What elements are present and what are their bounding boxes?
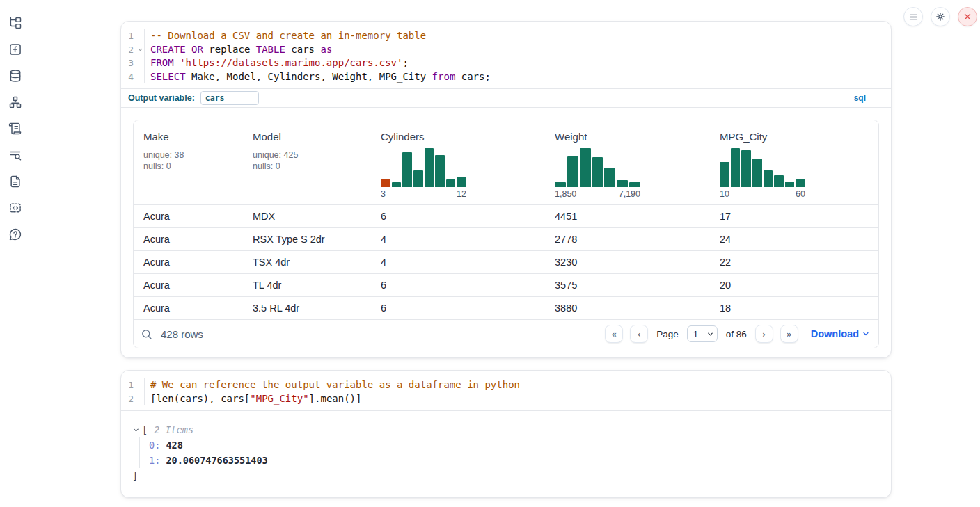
table-row[interactable]: AcuraRSX Type S 2dr4277824 [134, 227, 878, 250]
code-text: -- Download a CSV and create an in-memor… [145, 29, 426, 43]
code-text: SELECT Make, Model, Cylinders, Weight, M… [145, 70, 491, 84]
output-variable-input[interactable] [200, 91, 259, 105]
code-line[interactable]: 3FROM 'https://datasets.marimo.app/cars.… [121, 56, 891, 70]
column-header: Weight1,8507,190 [545, 130, 710, 204]
prev-page-button[interactable]: ‹ [630, 325, 648, 343]
histogram-bar [435, 155, 445, 187]
hist-max-label: 60 [796, 189, 805, 199]
sidebar-item-file-explorer[interactable] [8, 15, 23, 31]
code-line[interactable]: 2CREATE OR replace TABLE cars as [121, 43, 891, 57]
hist-max-label: 12 [457, 189, 466, 199]
page-label: Page [656, 329, 679, 339]
sidebar-item-scratchpad[interactable] [8, 121, 23, 136]
notebook: 1-- Download a CSV and create an in-memo… [120, 0, 892, 498]
search-icon[interactable] [141, 328, 152, 340]
tree-entries: 0: 4281: 20.060747663551403 [139, 437, 880, 468]
hist-max-label: 7,190 [619, 189, 640, 199]
sidebar [0, 0, 31, 507]
sql-cell: 1-- Download a CSV and create an in-memo… [120, 21, 892, 358]
table-cell: 4 [371, 257, 545, 268]
code-line[interactable]: 1# We can reference the output variable … [121, 378, 891, 392]
code-token: "MPG_City" [250, 393, 308, 404]
histogram-bar [796, 179, 805, 187]
code-token [174, 57, 180, 68]
gear-icon [935, 11, 946, 22]
histogram-bar [752, 159, 762, 187]
file-text-icon [8, 175, 22, 188]
table-cell: Acura [134, 234, 243, 245]
chevron-down-icon [862, 330, 870, 338]
code-token: -- Download a CSV and create an in-memor… [150, 30, 426, 41]
histogram-bar [555, 182, 566, 187]
code-text: FROM 'https://datasets.marimo.app/cars.c… [145, 56, 409, 70]
next-page-button[interactable]: › [755, 325, 773, 343]
page-select-wrap: 1 [687, 325, 718, 342]
code-text: CREATE OR replace TABLE cars as [145, 43, 332, 57]
table-cell: TL 4dr [243, 280, 371, 291]
histogram-bar [580, 148, 591, 187]
download-button[interactable]: Download [811, 328, 870, 339]
python-code-editor[interactable]: 1# We can reference the output variable … [121, 371, 891, 411]
code-token: ; [402, 57, 408, 68]
table-row[interactable]: AcuraTSX 4dr4323022 [134, 250, 878, 273]
column-label[interactable]: Cylinders [381, 130, 545, 144]
histogram-bar [617, 180, 628, 187]
histogram-bar [381, 179, 390, 187]
sidebar-item-datasources[interactable] [8, 68, 23, 83]
sidebar-item-functions[interactable] [8, 42, 23, 57]
table-cell: Acura [134, 211, 243, 222]
table-row[interactable]: Acura3.5 RL 4dr6388018 [134, 296, 878, 319]
code-line[interactable]: 4SELECT Make, Model, Cylinders, Weight, … [121, 70, 891, 84]
sidebar-item-logs[interactable] [8, 147, 23, 163]
table-cell: MDX [243, 211, 371, 222]
table-row[interactable]: AcuraMDX6445117 [134, 204, 878, 227]
fold-chevron-icon[interactable] [136, 47, 144, 53]
column-label[interactable]: Model [253, 130, 371, 144]
code-token: ].mean()] [309, 393, 362, 404]
column-label[interactable]: Weight [555, 130, 710, 144]
page-select[interactable]: 1 [687, 325, 718, 342]
settings-button[interactable] [931, 7, 950, 26]
histogram-labels: 1,8507,190 [555, 189, 640, 199]
line-number: 3 [121, 56, 136, 70]
first-page-button[interactable]: « [605, 325, 623, 343]
sidebar-item-snippets[interactable] [8, 200, 23, 216]
file-tree-icon [8, 16, 22, 30]
menu-icon [908, 12, 919, 22]
histogram-bar [731, 148, 741, 187]
line-gutter: 3 [121, 56, 145, 70]
menu-button[interactable] [903, 7, 923, 26]
sidebar-item-dependency-graph[interactable] [8, 95, 23, 110]
table-cell: 2778 [545, 234, 710, 245]
tree-entry[interactable]: 0: 428 [149, 437, 880, 453]
close-bracket: ] [132, 468, 880, 483]
code-token: Make, Model, Cylinders, Weight, MPG_City [186, 71, 432, 82]
row-count: 428 rows [161, 328, 203, 340]
sidebar-item-help[interactable] [8, 227, 23, 242]
histogram: 1060 [720, 148, 805, 199]
code-token: FROM [150, 57, 174, 68]
tree-value: 20.060747663551403 [166, 455, 267, 466]
database-icon [8, 69, 22, 83]
sql-code-editor[interactable]: 1-- Download a CSV and create an in-memo… [121, 22, 891, 88]
table-cell: RSX Type S 2dr [243, 234, 371, 245]
code-line[interactable]: 1-- Download a CSV and create an in-memo… [121, 29, 891, 43]
column-label[interactable]: Make [143, 130, 243, 144]
hist-min-label: 10 [720, 189, 729, 199]
histogram-bar [446, 179, 456, 187]
table-cell: Acura [134, 280, 243, 291]
tree-entry[interactable]: 1: 20.060747663551403 [149, 453, 880, 468]
collapse-chevron-icon[interactable] [132, 426, 140, 434]
line-number: 2 [121, 392, 136, 406]
code-token: 'https://datasets.marimo.app/cars.csv' [180, 57, 402, 68]
last-page-button[interactable]: » [780, 325, 798, 343]
help-bubble-icon [8, 227, 22, 241]
column-label[interactable]: MPG_City [720, 130, 878, 144]
column-header: Modelunique: 425nulls: 0 [243, 130, 371, 204]
sidebar-item-documentation[interactable] [8, 174, 23, 189]
histogram-bars [720, 148, 805, 187]
table-row[interactable]: AcuraTL 4dr6357520 [134, 273, 878, 296]
shutdown-button[interactable] [958, 7, 977, 26]
table-cell: 4451 [545, 211, 710, 222]
code-line[interactable]: 2[len(cars), cars["MPG_City"].mean()] [121, 392, 891, 406]
